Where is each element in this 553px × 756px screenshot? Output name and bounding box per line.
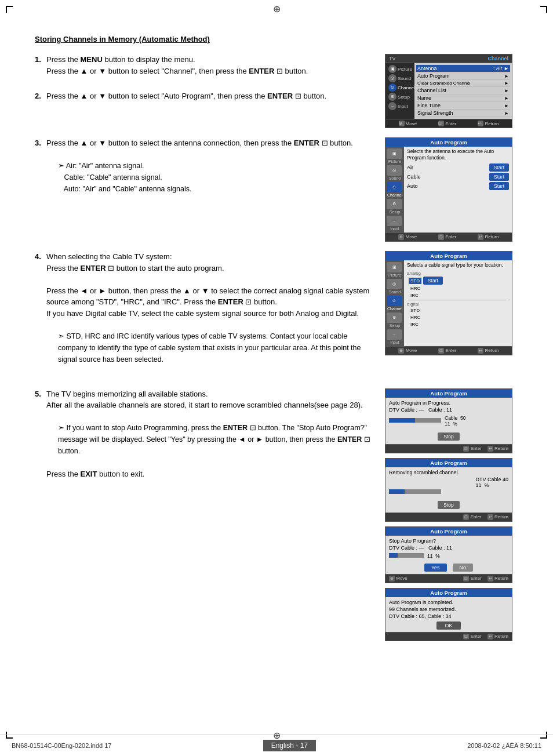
sidebar-input-label: Input — [398, 104, 408, 109]
prog-header-2: Auto Program — [385, 459, 512, 467]
cable-divider — [407, 300, 509, 300]
step-number-5: 5. — [35, 388, 46, 480]
cable-hrc-digital: HRC — [409, 314, 422, 321]
prog-bar-1 — [389, 418, 441, 423]
prog-stop-2: Stop — [389, 500, 508, 510]
step-2: 2. Press the ▲ or ▼ button to select "Au… — [35, 90, 373, 102]
ap-footer-cable: ⊕ Move ⊡ Enter ↩ Return — [385, 346, 512, 355]
cable-hrc-analog: HRC — [409, 285, 422, 292]
prog-body-3: Stop Auto Program? DTV Cable : — Cable :… — [385, 536, 512, 574]
ap-main-antenna: Selects the antenna to execute the Auto … — [404, 147, 512, 232]
ap-cable-icon-picture: ▣ — [387, 262, 402, 272]
ap-row-air: Air Start — [407, 163, 509, 172]
sidebar-channel: ⊙ Channel — [387, 83, 413, 92]
prog-header-4: Auto Program — [385, 588, 512, 597]
cable-digital-row-hrc: HRC — [409, 314, 507, 321]
sidebar-picture: ▣ Picture — [387, 64, 413, 74]
ap-icon-sound: ◎ — [387, 165, 402, 176]
footer-right: 2008-02-02 ¿ÄËÄ 8:50:11 — [467, 742, 541, 749]
tv-screen-stop-program: Auto Program Stop Auto Program? DTV Cabl… — [385, 526, 512, 583]
step-3: 3. Press the ▲ or ▼ button to select the… — [35, 137, 373, 195]
prog-footer-1: ⊡ Enter ↩ Return — [385, 444, 512, 453]
step-content-4: When selecting the Cable TV system: Pres… — [46, 251, 373, 365]
cable-digital-label: digital — [407, 301, 509, 307]
tv-screen-auto-program-antenna: Auto Program ▣Picture ◎Sound ⊙Channel ⚙S… — [385, 137, 512, 242]
sidebar-setup-label: Setup — [398, 94, 410, 100]
input-icon: → — [388, 102, 396, 110]
prog-body-2: Removing scrambled channel. DTV Cable 40… — [385, 467, 512, 513]
prog-bar-fill-3 — [389, 553, 398, 558]
step-5-notes: ➣ If you want to stop Auto Programming, … — [46, 422, 373, 457]
step-5: 5. The TV begins memorizing all availabl… — [35, 388, 373, 480]
cable-irc-analog: IRC — [409, 292, 420, 299]
prog-footer-2: ⊡ Enter ↩ Return — [385, 513, 512, 521]
ap-row-cable: Cable Start — [407, 173, 509, 181]
prog-percent-3: 11 % — [427, 553, 440, 559]
tv-label: TV — [389, 56, 396, 61]
yn-row: Yes No — [389, 564, 508, 572]
step-1: 1. Press the MENU button to display the … — [35, 54, 373, 77]
ap-icon-channel: ⊙ — [387, 182, 402, 192]
prog-header-1: Auto Program — [385, 389, 512, 398]
cable-irc-row: IRC — [409, 292, 507, 299]
menu-item-auto-program: Auto Program► — [416, 72, 510, 80]
prog-footer-3: ⊕ Move ⊡ Enter ↩ Return — [385, 574, 512, 583]
step-content-5: The TV begins memorizing all available s… — [46, 388, 373, 480]
stop-btn-2: Stop — [438, 501, 460, 509]
cable-analog-label: analog — [407, 271, 509, 276]
stop-btn-1: Stop — [438, 432, 460, 441]
prog-header-3: Auto Program — [385, 527, 512, 536]
tv-footer-1: ⊕ Move ⊡ Enter ↩ Return — [385, 119, 512, 128]
sidebar-channel-label: Channel — [398, 85, 415, 90]
prog-body-1: Auto Program in Progress. DTV Cable : — … — [385, 398, 512, 444]
tv-screen-channel-menu: TV Channel ▣ Picture ◎ Sound — [385, 54, 512, 128]
prog-text-4b: 99 Channels are memorized. — [389, 606, 508, 612]
ap-cable-icon-sound: ◎ — [387, 279, 402, 289]
step-number-4: 4. — [35, 251, 46, 365]
ap-header-cable: Auto Program — [385, 252, 512, 260]
cable-start-btn: Start — [423, 277, 443, 285]
prog-text-1b: DTV Cable : — Cable : 11 — [389, 407, 508, 413]
step-number-1: 1. — [35, 54, 46, 77]
no-btn: No — [453, 564, 474, 572]
prog-bar-3 — [389, 553, 424, 558]
prog-text-4c: DTV Cable : 65, Cable : 34 — [389, 613, 508, 619]
prog-bar-wrapper-3: 11 % — [389, 553, 508, 559]
menu-item-clear-scrambled: Clear Scrambled Channel► — [416, 80, 510, 87]
ap-icon-picture: ▣ — [387, 148, 402, 159]
ap-icon-setup: ⚙ — [387, 199, 402, 209]
step-content-1: Press the MENU button to display the men… — [46, 54, 373, 77]
ap-cable-icon-channel: ⊙ — [387, 296, 402, 306]
cable-digital-row-irc: IRC — [409, 321, 507, 328]
tv-screen-progress-removing: Auto Program Removing scrambled channel.… — [385, 458, 512, 522]
section-title: Storing Channels in Memory (Automatic Me… — [35, 35, 518, 43]
sound-icon: ◎ — [388, 74, 396, 82]
menu-item-antenna: Antenna: Air ► — [416, 65, 510, 72]
prog-bar-wrapper-1: Cable 5011 % — [389, 415, 508, 427]
channel-icon: ⊙ — [388, 83, 396, 92]
ap-side-icons-cable: ▣Picture ◎Sound ⊙Channel ⚙Setup →Input — [385, 260, 404, 346]
ap-side-icons-1: ▣Picture ◎Sound ⊙Channel ⚙Setup →Input — [385, 147, 404, 232]
prog-text-3b: DTV Cable : — Cable : 11 — [389, 545, 508, 551]
prog-bar-wrapper-2 — [389, 489, 508, 495]
prog-text-2a: Removing scrambled channel. — [389, 470, 508, 475]
page-footer: BN68-01514C-00Eng-0202.indd 17 English -… — [0, 735, 553, 756]
setup-icon: ⚙ — [388, 93, 396, 101]
sidebar-sound: ◎ Sound — [387, 74, 413, 83]
ap-footer-1: ⊕ Move ⊡ Enter ↩ Return — [385, 232, 512, 241]
prog-stop-1: Stop — [389, 431, 508, 442]
menu-item-name: Name► — [416, 94, 510, 102]
prog-bar-fill-2 — [389, 489, 405, 494]
step-content-2: Press the ▲ or ▼ button to select "Auto … — [46, 90, 373, 102]
prog-text-1a: Auto Program in Progress. — [389, 400, 508, 406]
prog-ok: OK — [389, 621, 508, 630]
cable-std-digital: STD — [409, 307, 421, 314]
cable-digital-row-std: STD — [409, 307, 507, 314]
step-4-notes: ➣ STD, HRC and IRC identify various type… — [46, 330, 373, 365]
ap-start-air: Start — [489, 163, 509, 172]
prog-percent-1: Cable 5011 % — [445, 415, 465, 427]
sidebar-input: → Input — [387, 101, 413, 111]
ap-start-cable: Start — [489, 173, 509, 181]
prog-footer-4: ⊡ Enter ↩ Return — [385, 632, 512, 641]
ap-row-auto: Auto Start — [407, 182, 509, 190]
